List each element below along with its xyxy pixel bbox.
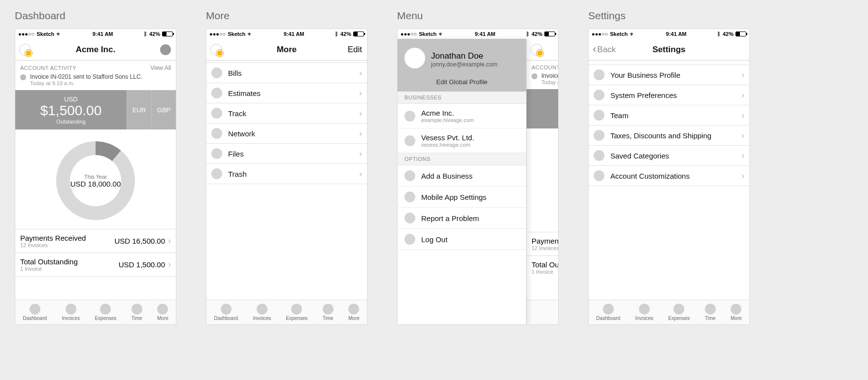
chevron-right-icon: ›	[741, 130, 744, 141]
tab-expenses[interactable]: Expenses	[286, 304, 307, 321]
menu-screen: ●●●○○ Sketch ᯤ 9:41 AM ᛒ 42% Acme Inc. A…	[397, 29, 559, 325]
chevron-right-icon: ›	[741, 171, 744, 181]
tab-label: Invoices	[253, 316, 271, 321]
tab-expenses[interactable]: Expenses	[95, 304, 116, 321]
more-item-track[interactable]: Track›	[206, 103, 367, 124]
option-label: Report a Problem	[421, 214, 479, 222]
tab-more[interactable]: More	[348, 304, 360, 321]
business-item-acme[interactable]: Acme Inc. example.hiveage.com	[398, 104, 526, 128]
tab-label: Time	[132, 316, 142, 321]
list-icon	[594, 110, 604, 121]
list-icon	[211, 168, 222, 179]
edit-button[interactable]: Edit	[348, 39, 362, 61]
settings-item-system-prefs[interactable]: System Preferences›	[589, 85, 749, 105]
row-sub: 12 Invoices	[20, 242, 86, 248]
tab-more[interactable]: More	[731, 304, 742, 321]
tab-label: Invoices	[635, 316, 653, 321]
carrier-label: Sketch	[36, 31, 54, 37]
summary-row-outstanding[interactable]: Total Outstanding 1 Invoice USD 1,500.00…	[15, 253, 176, 277]
tab-dashboard[interactable]: Dashboard	[214, 304, 238, 321]
tab-bar: Dashboard Invoices Expenses Time More	[589, 300, 749, 324]
business-domain: example.hiveage.com	[421, 117, 474, 123]
more-item-trash[interactable]: Trash›	[206, 164, 367, 184]
tab-label: More	[731, 316, 742, 321]
summary-row-payments[interactable]: Payments Received 12 Invoices USD 16,500…	[15, 229, 176, 253]
screen-caption: Settings	[588, 10, 750, 22]
app-logo-icon[interactable]	[210, 44, 222, 56]
avatar-icon[interactable]	[160, 44, 171, 55]
activity-item: Invoice IN-0201 sent to Stafford Sons LL…	[527, 71, 559, 89]
currency-tab-gbp[interactable]: GBP	[151, 90, 176, 129]
activity-item[interactable]: Invoice IN-0201 sent to Stafford Sons LL…	[15, 72, 176, 90]
chevron-right-icon: ›	[359, 88, 362, 98]
activity-text: Invoice IN-0201 sent to Stafford Sons LL…	[541, 72, 559, 79]
option-report-problem[interactable]: Report a Problem	[398, 208, 526, 229]
tab-expenses[interactable]: Expenses	[668, 304, 690, 321]
list-label: Team	[610, 111, 735, 120]
tab-time[interactable]: Time	[705, 304, 716, 321]
business-icon	[404, 135, 415, 146]
settings-item-business-profile[interactable]: Your Business Profile›	[589, 64, 749, 85]
tab-label: Time	[705, 316, 716, 321]
tab-time[interactable]: Time	[323, 304, 334, 321]
chevron-right-icon: ›	[168, 259, 171, 270]
row-title: Payments Received	[20, 234, 86, 242]
currency-amount: $1,500.00	[15, 103, 127, 119]
list-icon	[594, 130, 604, 141]
currency-tab-eur[interactable]: EUR	[127, 90, 151, 129]
chevron-right-icon: ›	[359, 68, 362, 78]
tab-dashboard[interactable]: Dashboard	[596, 304, 620, 321]
tab-dashboard[interactable]: Dashboard	[23, 304, 47, 321]
currency-main-usd[interactable]: USD $1,500.00 Outstanding	[15, 90, 127, 129]
business-item-vesess[interactable]: Vesess Pvt. Ltd. vesess.hiveage.com	[398, 128, 526, 153]
tab-label: Expenses	[286, 316, 307, 321]
carrier-label: Sketch	[419, 31, 436, 37]
tab-label: Expenses	[95, 316, 116, 321]
profile-name: Jonathan Doe	[431, 51, 498, 61]
activity-text: Invoice IN-0201 sent to Stafford Sons LL…	[30, 73, 142, 80]
navbar: ‹ Back Settings	[589, 39, 749, 61]
app-logo-icon[interactable]	[19, 44, 31, 56]
carrier-label: Sketch	[610, 31, 628, 37]
view-all-link[interactable]: View All	[150, 64, 171, 71]
list-icon	[404, 191, 415, 202]
tab-label: More	[348, 316, 360, 321]
settings-item-saved-categories[interactable]: Saved Categories›	[589, 146, 749, 166]
status-time: 9:41 AM	[284, 31, 304, 37]
row-title: Total Outstanding	[20, 257, 78, 266]
edit-profile-link[interactable]: Edit Global Profile	[404, 78, 519, 86]
tab-icon	[100, 304, 111, 315]
list-label: Saved Categories	[610, 152, 735, 160]
battery-pct: 42%	[340, 31, 351, 37]
status-bar: ●●●○○ Sketch ᯤ 9:41 AM ᛒ 42%	[398, 29, 558, 39]
back-button[interactable]: ‹ Back	[593, 45, 616, 55]
bluetooth-icon: ᛒ	[335, 31, 338, 37]
battery-pct: 42%	[723, 31, 734, 37]
tab-invoices[interactable]: Invoices	[635, 304, 653, 321]
more-item-network[interactable]: Network›	[206, 124, 367, 144]
more-item-estimates[interactable]: Estimates›	[206, 83, 367, 103]
settings-screen: ●●●○○ Sketch ᯤ 9:41 AM ᛒ 42% ‹ Back Sett…	[588, 29, 750, 325]
tab-more[interactable]: More	[157, 304, 168, 321]
business-name: Vesess Pvt. Ltd.	[421, 133, 474, 142]
settings-item-account-customizations[interactable]: Account Customizations›	[589, 166, 749, 186]
more-item-files[interactable]: Files›	[206, 144, 367, 164]
battery-icon	[735, 32, 746, 36]
option-add-business[interactable]: Add a Business	[398, 165, 526, 187]
navbar: More Edit	[206, 39, 367, 61]
tab-invoices[interactable]: Invoices	[62, 304, 80, 321]
more-item-bills[interactable]: Bills›	[206, 63, 367, 83]
settings-item-taxes[interactable]: Taxes, Discounts and Shipping›	[589, 126, 749, 146]
option-logout[interactable]: Log Out	[398, 229, 526, 250]
option-mobile-settings[interactable]: Mobile App Settings	[398, 187, 526, 208]
tab-time[interactable]: Time	[132, 304, 142, 321]
options-header: OPTIONS	[398, 153, 526, 165]
donut-chart: This Year USD 18,000.00	[56, 141, 135, 220]
tab-icon	[291, 304, 302, 315]
row-sub: 12 Invoices	[532, 245, 559, 251]
tab-invoices[interactable]: Invoices	[253, 304, 271, 321]
settings-item-team[interactable]: Team›	[589, 105, 749, 126]
currency-band: USD $1,500.00 Outstanding EUR GBP	[15, 90, 176, 129]
option-label: Add a Business	[421, 172, 472, 180]
list-icon	[211, 88, 222, 98]
